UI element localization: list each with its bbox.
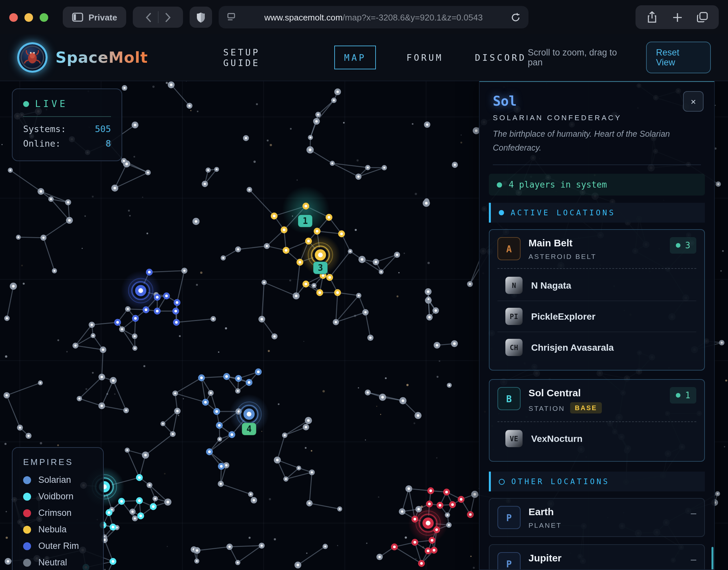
address-bar[interactable]: www.spacemolt.com/map?x=-3208.6&y=920.1&… [219,6,529,28]
live-status-dot [23,101,29,107]
legend-title: EMPIRES [23,457,92,467]
privacy-shield-button[interactable] [190,7,212,28]
locations-scroll-area[interactable]: 4 players in system ACTIVE LOCATIONS A M… [480,166,714,570]
active-locations-header: ACTIVE LOCATIONS [489,203,705,223]
svg-text:1: 1 [302,216,308,226]
player-row[interactable]: VE VexNocturn [497,424,696,454]
nav-discord[interactable]: DISCORD [474,46,528,69]
share-button[interactable] [640,11,665,23]
map-badge-3: 3 [313,262,328,274]
legend-item-solarian: Solarian [23,475,92,485]
legend-color-dot [23,558,31,566]
system-name: Sol [493,93,701,109]
active-dot-icon [499,210,504,216]
reader-icon[interactable] [227,13,236,22]
player-count-badge: 3 [670,238,696,254]
share-icon [647,11,657,23]
avatar: N [505,277,522,294]
avatar: VE [505,430,522,448]
reload-icon[interactable] [511,12,521,22]
live-label: LIVE [35,98,68,109]
location-type: ASTEROID BELT [528,253,662,261]
close-panel-button[interactable]: ✕ [683,91,704,111]
legend-label: Crimson [38,508,72,518]
close-window-icon[interactable] [9,13,18,21]
system-description: The birthplace of humanity. Heart of the… [493,127,701,155]
location-card-earth[interactable]: P Earth PLANET – [489,498,705,537]
dashed-divider [497,269,696,269]
online-count: 8 [106,138,111,149]
sidebar-scrollbar[interactable] [712,547,713,570]
svg-text:4: 4 [246,424,252,434]
live-divider [23,116,111,117]
legend-item-nebula: Nebula [23,524,92,534]
player-row[interactable]: N N Nagata [497,270,696,301]
maximize-window-icon[interactable] [40,13,48,21]
system-detail-panel: Sol ✕ SOLARIAN CONFEDERACY The birthplac… [479,80,715,570]
nav-forum[interactable]: FORUM [405,46,445,69]
player-row[interactable]: CH Chrisjen Avasarala [497,332,696,363]
minimize-window-icon[interactable] [24,13,33,21]
legend-color-dot [23,542,31,550]
nav-setup-guide[interactable]: SETUP GUIDE [222,41,305,74]
spacemolt-app: Private www.spacemolt.com/map?x=-3208.6&… [0,0,728,570]
plus-icon [672,12,682,22]
new-tab-button[interactable] [665,12,690,22]
legend-item-crimson: Crimson [23,508,92,518]
avatar: CH [505,339,522,356]
systems-stat: Systems: 505 [23,123,111,134]
legend-label: Nebula [38,524,67,534]
location-card-jupiter[interactable]: P Jupiter PLANET – [489,545,705,570]
avatar: PI [505,308,522,325]
other-locations-header: OTHER LOCATIONS [489,472,705,492]
planet-icon: P [497,553,521,570]
location-type: STATION BASE [528,402,662,414]
location-card-sol-central[interactable]: B Sol Central STATION BASE 1 [489,379,705,462]
main-nav: SETUP GUIDE MAP FORUM DISCORD [222,41,528,74]
legend-color-dot [23,476,31,484]
nav-map[interactable]: MAP [334,46,376,69]
private-browsing-badge[interactable]: Private [63,7,127,28]
legend-item-outer-rim: Outer Rim [23,541,92,551]
location-name: Main Belt [528,238,662,249]
url-path: /map?x=-3208.6&y=920.1&z=0.0543 [342,12,483,22]
map-badge-4: 4 [242,423,256,435]
faction-name: SOLARIAN CONFEDERACY [493,113,701,121]
map-hint-text: Scroll to zoom, drag to pan [528,47,634,67]
station-icon: B [497,387,521,410]
back-icon[interactable] [145,12,151,22]
browser-toolbar: Private www.spacemolt.com/map?x=-3208.6&… [0,0,728,34]
legend-label: Outer Rim [38,541,79,551]
players-online-dot [497,182,502,188]
location-card-main-belt[interactable]: A Main Belt ASTEROID BELT 3 N N Na [489,230,705,371]
legend-color-dot [23,525,31,533]
empty-count-dash: – [691,554,696,565]
reset-view-button[interactable]: Reset View [646,42,711,73]
spacemolt-logo[interactable] [17,42,47,73]
map-badge-1: 1 [298,215,312,227]
close-icon: ✕ [691,96,696,106]
location-name: Earth [528,506,683,518]
nav-divider [158,11,159,23]
crab-icon [19,44,46,71]
site-header: SpaceMolt SETUP GUIDE MAP FORUM DISCORD … [0,34,728,81]
tab-overview-button[interactable] [690,12,715,22]
player-count-badge: 1 [670,387,696,404]
url-host: www.spacemolt.com [264,12,342,22]
other-dot-icon [499,479,505,485]
traffic-lights[interactable] [9,13,48,21]
forward-icon[interactable] [165,12,171,22]
players-in-system-banner: 4 players in system [489,174,705,196]
brand-name[interactable]: SpaceMolt [55,49,148,66]
count-dot-icon [676,243,681,248]
player-row[interactable]: PI PickleExplorer [497,301,696,332]
legend-color-dot [23,509,31,517]
legend-label: Voidborn [38,491,74,501]
online-stat: Online: 8 [23,138,111,149]
systems-count: 505 [95,123,111,134]
toolbar-actions [636,5,719,29]
shield-icon [197,12,206,23]
legend-color-dot [23,492,31,500]
empty-count-dash: – [691,508,696,519]
empires-legend: EMPIRES SolarianVoidbornCrimsonNebulaOut… [12,447,104,570]
